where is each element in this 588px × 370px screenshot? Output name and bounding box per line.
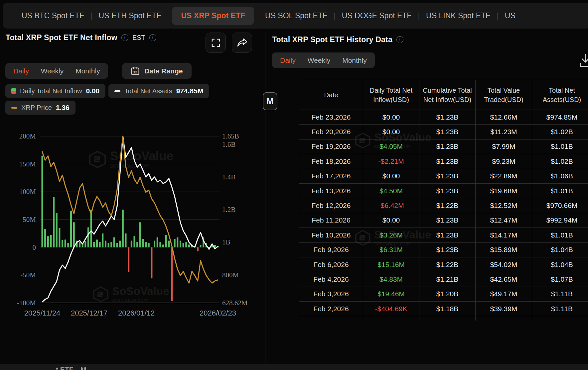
history-data-panel: Total XRP Spot ETF History Data i Daily … — [272, 29, 588, 364]
top-tab-us-xrp-spot-etf[interactable]: US XRP Spot ETF — [172, 7, 254, 25]
table-cell: $1.23B — [419, 213, 475, 228]
bar — [73, 222, 75, 247]
table-cell: $19.46M — [363, 287, 419, 301]
download-icon — [580, 53, 588, 68]
download-button[interactable] — [580, 53, 588, 70]
fullscreen-icon — [212, 39, 220, 47]
cell-date: Feb 4,2026 — [299, 272, 363, 286]
x-axis-tick: 2026/01/12 — [118, 309, 155, 317]
bar — [185, 242, 187, 247]
footer-strip: t ETF M — [0, 364, 588, 370]
tab-daily[interactable]: Daily — [280, 56, 296, 64]
svg-text:12: 12 — [133, 70, 137, 74]
legend-label: XRP Price — [21, 104, 52, 112]
legend-chip-xrp-price[interactable]: XRP Price1.36 — [5, 101, 75, 115]
cell-date: Feb 12,2026 — [299, 198, 363, 213]
tab-monthly[interactable]: Monthly — [342, 56, 367, 64]
table-row: Feb 23,2026$0.00$1.23B$12.66M$974.85M — [299, 110, 588, 125]
left-axis-tick: 200M — [19, 132, 36, 140]
top-tab-us-link-spot-etf[interactable]: US LINK Spot ETF — [423, 7, 494, 25]
table-cell: $1.04B — [532, 243, 588, 257]
bar — [197, 247, 199, 251]
bar — [113, 237, 115, 247]
table-cell: $11.23M — [475, 125, 532, 139]
table-row: Feb 13,2026$4.50M$1.23B$19.68M$1.01B — [299, 184, 588, 198]
cell-date: Feb 3,2026 — [299, 287, 363, 301]
net-inflow-title: Total XRP Spot ETF Net Inflow — [6, 33, 117, 42]
table-cell: $42.65M — [475, 272, 532, 286]
top-tab-us-btc-spot-etf[interactable]: US BTC Spot ETF — [18, 7, 87, 25]
bar — [99, 242, 101, 247]
column-header[interactable]: Cumulative Total Net Inflow(USD) — [419, 80, 475, 110]
cell-date: Feb 19,2026 — [299, 139, 363, 154]
bar — [96, 239, 98, 247]
bar — [50, 235, 52, 247]
tab-monthly[interactable]: Monthly — [75, 67, 100, 75]
table-cell: $1.02B — [532, 154, 588, 168]
table-cell: $1.01B — [532, 139, 588, 154]
table-cell: $1.22B — [419, 257, 475, 272]
table-cell: $54.02M — [475, 257, 532, 272]
legend-swatch — [114, 90, 120, 92]
top-tab-us-eth-spot-etf[interactable]: US ETH Spot ETF — [95, 7, 165, 25]
table-cell: $1.11B — [532, 287, 588, 301]
bar — [151, 247, 152, 279]
legend-chip-total-net-assets[interactable]: Total Net Assets974.85M — [108, 84, 209, 98]
net-inflow-chart: 200M150M100M50M0-50M-100M1.65B1.6B1.4B1.… — [0, 116, 265, 329]
bar — [180, 241, 181, 247]
partial-scroll-label[interactable]: M — [263, 92, 277, 110]
left-axis-tick: -50M — [20, 271, 36, 279]
tab-weekly[interactable]: Weekly — [308, 56, 330, 64]
footer-fragment: M — [80, 366, 86, 370]
bar — [65, 239, 66, 247]
top-tab-us-sol-spot-etf[interactable]: US SOL Spot ETF — [262, 7, 331, 25]
history-table: DateDaily Total Net Inflow(USD)Cumulativ… — [299, 80, 588, 321]
bar — [70, 211, 72, 247]
info-icon[interactable]: i — [121, 34, 128, 41]
cell-date: Feb 10,2026 — [299, 228, 363, 242]
bar — [165, 235, 167, 247]
date-range-button[interactable]: 12 Date Range — [122, 63, 192, 79]
info-icon[interactable]: i — [149, 34, 156, 41]
bar — [42, 156, 43, 247]
table-cell: $15.89M — [475, 243, 532, 257]
table-cell: $3.26M — [363, 228, 419, 242]
cell-date: Feb 11,2026 — [299, 213, 363, 228]
column-header[interactable]: Daily Total Net Inflow(USD) — [363, 80, 419, 110]
legend-chip-daily-total-net-inflow[interactable]: Daily Total Net Inflow0.00 — [5, 84, 105, 98]
tab-daily[interactable]: Daily — [13, 67, 29, 75]
tab-weekly[interactable]: Weekly — [41, 67, 64, 75]
table-cell: $1.07B — [532, 272, 588, 286]
legend-label: Daily Total Net Inflow — [20, 87, 82, 95]
bar — [154, 241, 155, 247]
table-row: Feb 9,2026$6.31M$1.23B$15.89M$1.04B — [299, 243, 588, 257]
table-cell: -$2.21M — [363, 154, 419, 168]
table-cell: $970.66M — [532, 198, 588, 213]
table-row: Feb 2,2026-$404.69K$1.18B$39.39M$1.11B — [299, 302, 588, 316]
bar — [119, 241, 121, 247]
table-cell: $16.79M — [363, 316, 419, 321]
bar — [168, 241, 170, 247]
bar — [44, 229, 46, 247]
column-header[interactable]: Total Net Assets(USD) — [532, 80, 588, 110]
bar — [200, 245, 202, 247]
table-row: Feb 19,2026$4.05M$1.23B$7.99M$1.01B — [299, 139, 588, 154]
column-header[interactable]: Date — [299, 80, 363, 110]
column-header[interactable]: Total Value Traded(USD) — [475, 80, 532, 110]
top-tab-us[interactable]: US — [502, 7, 519, 25]
table-cell: $9.23M — [475, 154, 532, 168]
bar — [139, 222, 141, 247]
cell-date: Feb 6,2026 — [299, 257, 363, 272]
chart-legend-row-2: XRP Price1.36 — [5, 101, 75, 115]
x-axis-tick: 2026/02/23 — [200, 309, 236, 317]
x-axis-tick: 2025/11/24 — [24, 309, 60, 317]
bar — [157, 237, 158, 247]
fullscreen-button[interactable] — [206, 33, 226, 53]
info-icon[interactable]: i — [396, 36, 403, 43]
bar — [67, 243, 69, 247]
top-tab-us-doge-spot-etf[interactable]: US DOGE Spot ETF — [339, 7, 415, 25]
table-row: Feb 20,2026$0.00$1.23B$11.23M$1.02B — [299, 125, 588, 139]
share-button[interactable] — [232, 33, 252, 53]
chart-period-tabs: Daily Weekly Monthly — [5, 63, 108, 79]
bar — [79, 242, 80, 247]
